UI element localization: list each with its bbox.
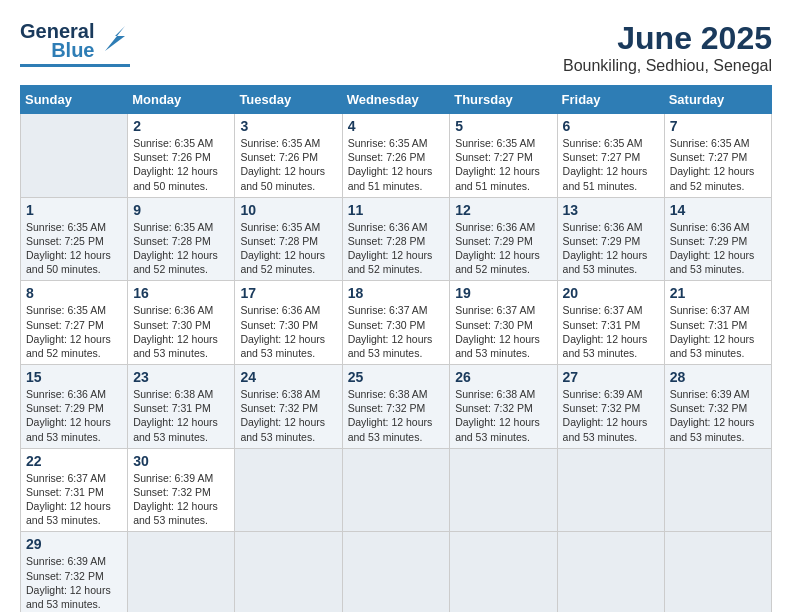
calendar-cell: 22Sunrise: 6:37 AMSunset: 7:31 PMDayligh… <box>21 448 128 532</box>
column-header-tuesday: Tuesday <box>235 86 342 114</box>
calendar-cell <box>128 532 235 612</box>
calendar-cell <box>342 448 450 532</box>
calendar-cell: 12Sunrise: 6:36 AMSunset: 7:29 PMDayligh… <box>450 197 557 281</box>
day-number: 25 <box>348 369 445 385</box>
logo-blue: Blue <box>51 39 94 62</box>
day-number: 10 <box>240 202 336 218</box>
calendar-cell <box>21 114 128 198</box>
day-number: 23 <box>133 369 229 385</box>
day-info: Sunrise: 6:35 AMSunset: 7:25 PMDaylight:… <box>26 220 122 277</box>
day-number: 13 <box>563 202 659 218</box>
day-info: Sunrise: 6:36 AMSunset: 7:30 PMDaylight:… <box>133 303 229 360</box>
calendar-cell: 21Sunrise: 6:37 AMSunset: 7:31 PMDayligh… <box>664 281 771 365</box>
page-header: General Blue June 2025 Bounkiling, Sedhi… <box>20 20 772 75</box>
logo: General Blue <box>20 20 130 67</box>
column-header-monday: Monday <box>128 86 235 114</box>
week-row-5: 22Sunrise: 6:37 AMSunset: 7:31 PMDayligh… <box>21 448 772 532</box>
day-number: 5 <box>455 118 551 134</box>
calendar-cell: 26Sunrise: 6:38 AMSunset: 7:32 PMDayligh… <box>450 365 557 449</box>
calendar-cell: 5Sunrise: 6:35 AMSunset: 7:27 PMDaylight… <box>450 114 557 198</box>
day-number: 8 <box>26 285 122 301</box>
calendar-cell <box>450 532 557 612</box>
header-row: SundayMondayTuesdayWednesdayThursdayFrid… <box>21 86 772 114</box>
calendar-cell <box>450 448 557 532</box>
day-number: 15 <box>26 369 122 385</box>
day-number: 1 <box>26 202 122 218</box>
day-number: 18 <box>348 285 445 301</box>
day-number: 17 <box>240 285 336 301</box>
calendar-cell <box>342 532 450 612</box>
calendar-cell: 7Sunrise: 6:35 AMSunset: 7:27 PMDaylight… <box>664 114 771 198</box>
calendar-cell: 2Sunrise: 6:35 AMSunset: 7:26 PMDaylight… <box>128 114 235 198</box>
day-info: Sunrise: 6:37 AMSunset: 7:31 PMDaylight:… <box>563 303 659 360</box>
calendar-cell: 18Sunrise: 6:37 AMSunset: 7:30 PMDayligh… <box>342 281 450 365</box>
calendar-cell: 14Sunrise: 6:36 AMSunset: 7:29 PMDayligh… <box>664 197 771 281</box>
day-number: 24 <box>240 369 336 385</box>
day-info: Sunrise: 6:37 AMSunset: 7:30 PMDaylight:… <box>455 303 551 360</box>
calendar-cell <box>557 448 664 532</box>
calendar-cell: 23Sunrise: 6:38 AMSunset: 7:31 PMDayligh… <box>128 365 235 449</box>
day-info: Sunrise: 6:36 AMSunset: 7:29 PMDaylight:… <box>563 220 659 277</box>
day-info: Sunrise: 6:36 AMSunset: 7:30 PMDaylight:… <box>240 303 336 360</box>
column-header-sunday: Sunday <box>21 86 128 114</box>
calendar-cell: 20Sunrise: 6:37 AMSunset: 7:31 PMDayligh… <box>557 281 664 365</box>
day-info: Sunrise: 6:35 AMSunset: 7:28 PMDaylight:… <box>240 220 336 277</box>
calendar-cell: 11Sunrise: 6:36 AMSunset: 7:28 PMDayligh… <box>342 197 450 281</box>
calendar-cell: 29Sunrise: 6:39 AMSunset: 7:32 PMDayligh… <box>21 532 128 612</box>
day-number: 21 <box>670 285 766 301</box>
day-info: Sunrise: 6:35 AMSunset: 7:26 PMDaylight:… <box>348 136 445 193</box>
calendar-cell: 16Sunrise: 6:36 AMSunset: 7:30 PMDayligh… <box>128 281 235 365</box>
column-header-thursday: Thursday <box>450 86 557 114</box>
week-row-4: 15Sunrise: 6:36 AMSunset: 7:29 PMDayligh… <box>21 365 772 449</box>
calendar-cell: 24Sunrise: 6:38 AMSunset: 7:32 PMDayligh… <box>235 365 342 449</box>
calendar-cell: 9Sunrise: 6:35 AMSunset: 7:28 PMDaylight… <box>128 197 235 281</box>
day-info: Sunrise: 6:38 AMSunset: 7:31 PMDaylight:… <box>133 387 229 444</box>
calendar-cell: 4Sunrise: 6:35 AMSunset: 7:26 PMDaylight… <box>342 114 450 198</box>
month-title: June 2025 <box>563 20 772 57</box>
calendar-cell: 30Sunrise: 6:39 AMSunset: 7:32 PMDayligh… <box>128 448 235 532</box>
calendar-cell: 25Sunrise: 6:38 AMSunset: 7:32 PMDayligh… <box>342 365 450 449</box>
day-number: 28 <box>670 369 766 385</box>
calendar-cell: 15Sunrise: 6:36 AMSunset: 7:29 PMDayligh… <box>21 365 128 449</box>
day-info: Sunrise: 6:37 AMSunset: 7:31 PMDaylight:… <box>26 471 122 528</box>
day-number: 19 <box>455 285 551 301</box>
calendar-cell: 1Sunrise: 6:35 AMSunset: 7:25 PMDaylight… <box>21 197 128 281</box>
day-info: Sunrise: 6:38 AMSunset: 7:32 PMDaylight:… <box>348 387 445 444</box>
day-number: 2 <box>133 118 229 134</box>
day-number: 3 <box>240 118 336 134</box>
week-row-3: 8Sunrise: 6:35 AMSunset: 7:27 PMDaylight… <box>21 281 772 365</box>
day-info: Sunrise: 6:35 AMSunset: 7:27 PMDaylight:… <box>26 303 122 360</box>
day-number: 11 <box>348 202 445 218</box>
day-number: 29 <box>26 536 122 552</box>
day-info: Sunrise: 6:35 AMSunset: 7:28 PMDaylight:… <box>133 220 229 277</box>
calendar-table: SundayMondayTuesdayWednesdayThursdayFrid… <box>20 85 772 612</box>
day-info: Sunrise: 6:36 AMSunset: 7:29 PMDaylight:… <box>455 220 551 277</box>
day-info: Sunrise: 6:36 AMSunset: 7:29 PMDaylight:… <box>670 220 766 277</box>
day-number: 7 <box>670 118 766 134</box>
calendar-cell: 3Sunrise: 6:35 AMSunset: 7:26 PMDaylight… <box>235 114 342 198</box>
day-info: Sunrise: 6:35 AMSunset: 7:26 PMDaylight:… <box>133 136 229 193</box>
day-number: 22 <box>26 453 122 469</box>
day-info: Sunrise: 6:37 AMSunset: 7:31 PMDaylight:… <box>670 303 766 360</box>
day-info: Sunrise: 6:35 AMSunset: 7:27 PMDaylight:… <box>455 136 551 193</box>
day-number: 9 <box>133 202 229 218</box>
day-info: Sunrise: 6:35 AMSunset: 7:27 PMDaylight:… <box>563 136 659 193</box>
calendar-cell: 17Sunrise: 6:36 AMSunset: 7:30 PMDayligh… <box>235 281 342 365</box>
logo-icon <box>100 21 130 56</box>
calendar-cell: 19Sunrise: 6:37 AMSunset: 7:30 PMDayligh… <box>450 281 557 365</box>
day-number: 30 <box>133 453 229 469</box>
day-info: Sunrise: 6:35 AMSunset: 7:27 PMDaylight:… <box>670 136 766 193</box>
calendar-cell: 13Sunrise: 6:36 AMSunset: 7:29 PMDayligh… <box>557 197 664 281</box>
svg-marker-0 <box>105 26 125 51</box>
day-info: Sunrise: 6:37 AMSunset: 7:30 PMDaylight:… <box>348 303 445 360</box>
day-info: Sunrise: 6:38 AMSunset: 7:32 PMDaylight:… <box>240 387 336 444</box>
calendar-cell: 28Sunrise: 6:39 AMSunset: 7:32 PMDayligh… <box>664 365 771 449</box>
day-info: Sunrise: 6:39 AMSunset: 7:32 PMDaylight:… <box>133 471 229 528</box>
day-info: Sunrise: 6:39 AMSunset: 7:32 PMDaylight:… <box>26 554 122 611</box>
location-title: Bounkiling, Sedhiou, Senegal <box>563 57 772 75</box>
calendar-cell: 10Sunrise: 6:35 AMSunset: 7:28 PMDayligh… <box>235 197 342 281</box>
day-number: 20 <box>563 285 659 301</box>
calendar-cell <box>235 532 342 612</box>
week-row-2: 1Sunrise: 6:35 AMSunset: 7:25 PMDaylight… <box>21 197 772 281</box>
day-number: 14 <box>670 202 766 218</box>
